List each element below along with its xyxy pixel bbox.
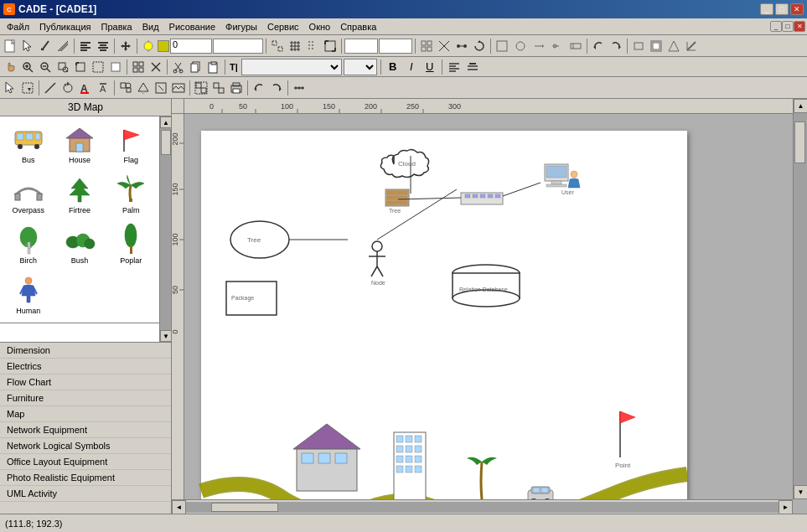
shape-item-bus[interactable]: Bus — [3, 120, 53, 168]
fill-tool[interactable] — [135, 80, 152, 96]
zoom-fit-button[interactable] — [322, 38, 339, 54]
shape-grid-scrollbar[interactable]: ▲ ▼ — [159, 116, 171, 342]
zoom-ruler-button[interactable] — [291, 80, 308, 96]
pointer-tool[interactable] — [2, 80, 18, 96]
size2-input[interactable]: 2.50 — [379, 39, 412, 54]
extra1[interactable] — [494, 38, 510, 54]
redo-button[interactable] — [608, 38, 624, 54]
extra6[interactable] — [630, 38, 647, 54]
vscroll-thumb[interactable] — [794, 121, 805, 163]
deselect-button[interactable] — [147, 59, 164, 75]
scroll-thumb-v[interactable] — [161, 130, 171, 155]
image-tool[interactable] — [170, 80, 187, 96]
zoom-out-button[interactable] — [37, 59, 54, 75]
snap-grid-button[interactable] — [304, 38, 321, 54]
italic-button[interactable]: I — [403, 59, 420, 75]
horizontal-scrollbar[interactable]: ◄ ► — [172, 499, 793, 514]
library-item-dimension[interactable]: Dimension — [0, 343, 171, 359]
text-tool[interactable]: A — [95, 80, 111, 96]
tool2[interactable] — [436, 38, 453, 54]
window-maximize-button[interactable]: □ — [775, 3, 789, 15]
refresh-button[interactable] — [107, 59, 124, 75]
vscroll-down-button[interactable]: ▼ — [794, 485, 807, 499]
extra4[interactable] — [549, 38, 566, 54]
select-tool[interactable] — [19, 80, 36, 96]
line-thickness-input[interactable] — [213, 39, 263, 54]
library-item-uml-activity[interactable]: UML Activity — [0, 486, 171, 502]
text-align-left[interactable] — [446, 59, 463, 75]
shape-item-palm[interactable]: Palm — [106, 170, 156, 219]
extra2[interactable] — [512, 38, 529, 54]
new-button[interactable] — [2, 38, 18, 54]
menu-view[interactable]: Вид — [137, 21, 164, 33]
size1-input[interactable]: 2.50 — [344, 39, 378, 54]
window-close-button[interactable]: ✕ — [790, 3, 804, 15]
library-item-network-logical[interactable]: Network Logical Symbols — [0, 438, 171, 454]
library-item-flowchart[interactable]: Flow Chart — [0, 374, 171, 390]
extra7[interactable] — [648, 38, 665, 54]
mdi-close-button[interactable]: ✕ — [794, 21, 805, 32]
hscroll-thumb[interactable] — [211, 503, 278, 512]
connect-button[interactable] — [453, 38, 470, 54]
menu-edit[interactable]: Правка — [96, 21, 137, 33]
cut-button[interactable] — [170, 59, 187, 75]
shape-item-birch[interactable]: Birch — [3, 220, 53, 269]
menu-window[interactable]: Окно — [304, 21, 336, 33]
group-tool[interactable] — [193, 80, 210, 96]
shape-item-poplar[interactable]: Poplar — [106, 220, 156, 269]
library-item-network-equipment[interactable]: Network Equipment — [0, 422, 171, 438]
move-button[interactable] — [117, 38, 134, 54]
menu-shapes[interactable]: Фигуры — [220, 21, 262, 33]
ungroup-tool[interactable] — [210, 80, 227, 96]
extra9[interactable] — [683, 38, 700, 54]
line-tool[interactable] — [42, 80, 59, 96]
library-item-photo-realistic[interactable]: Photo Realistic Equipment — [0, 470, 171, 486]
scroll-down-button[interactable]: ▼ — [160, 330, 172, 342]
print-tool[interactable] — [228, 80, 245, 96]
select-all-button[interactable] — [130, 59, 147, 75]
drawing-area[interactable]: Cloud Tree — [184, 114, 807, 514]
undo2-button[interactable] — [251, 80, 267, 96]
light-button[interactable] — [140, 38, 157, 54]
tool1[interactable] — [418, 38, 435, 54]
zoom-all-button[interactable] — [72, 59, 89, 75]
undo-button[interactable] — [590, 38, 607, 54]
font-selector[interactable]: Arial — [241, 59, 342, 75]
color-tool[interactable] — [59, 80, 76, 96]
menu-publication[interactable]: Публикация — [34, 21, 96, 33]
scroll-up-button[interactable]: ▲ — [160, 116, 172, 128]
align-left-button[interactable] — [77, 38, 94, 54]
layer-input[interactable]: 0 — [170, 39, 212, 54]
library-item-furniture[interactable]: Furniture — [0, 390, 171, 406]
shape-item-bush[interactable]: Bush — [54, 220, 104, 269]
shape-item-firtree[interactable]: Firtree — [54, 170, 104, 219]
snap-button[interactable] — [269, 38, 286, 54]
shape-item-overpass[interactable]: Overpass — [3, 170, 53, 219]
zoom-in-button[interactable] — [19, 59, 36, 75]
grid-button[interactable] — [287, 38, 303, 54]
hscroll-right-button[interactable]: ► — [779, 500, 793, 514]
pencil-button[interactable] — [37, 38, 54, 54]
menu-service[interactable]: Сервис — [262, 21, 304, 33]
font-size-selector[interactable]: 4 — [344, 59, 377, 75]
shape-item-flag[interactable]: Flag — [106, 120, 156, 168]
extra3[interactable] — [530, 38, 547, 54]
paste-button[interactable] — [205, 59, 222, 75]
bold-button[interactable]: B — [385, 59, 401, 75]
shape-library-tool[interactable] — [117, 80, 134, 96]
library-item-electrics[interactable]: Electrics — [0, 359, 171, 374]
library-item-office-layout[interactable]: Office Layout Equipment — [0, 454, 171, 470]
shape-item-house[interactable]: House — [54, 120, 104, 168]
menu-draw[interactable]: Рисование — [164, 21, 220, 33]
hscroll-left-button[interactable]: ◄ — [172, 500, 186, 514]
pointer-button[interactable] — [19, 38, 36, 54]
vertical-scrollbar[interactable]: ▲ ▼ — [793, 99, 807, 499]
redo2-button[interactable] — [268, 80, 285, 96]
zoom-window-button[interactable] — [54, 59, 71, 75]
color-swatch[interactable] — [158, 40, 169, 52]
library-title[interactable]: 3D Map — [0, 99, 171, 116]
hatch-button[interactable] — [54, 38, 71, 54]
text-format[interactable] — [464, 59, 481, 75]
menu-help[interactable]: Справка — [335, 21, 381, 33]
window-minimize-button[interactable]: _ — [760, 3, 773, 15]
